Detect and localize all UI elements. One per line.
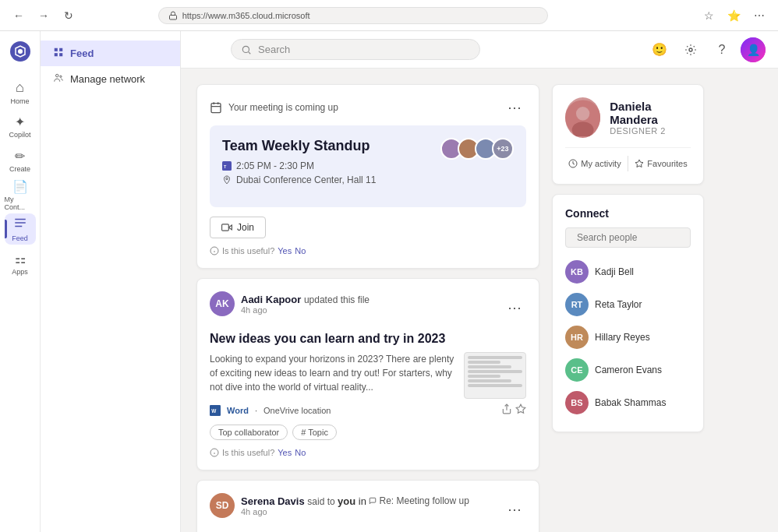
person-item-3[interactable]: CE Cameron Evans: [565, 354, 691, 386]
search-people-bar[interactable]: [565, 227, 691, 248]
meeting-title: Team Weekly Standup: [222, 138, 376, 154]
search-people-input[interactable]: [577, 232, 694, 243]
nav-item-feed[interactable]: Feed: [41, 41, 180, 66]
teams-icon: T: [222, 161, 232, 171]
thumb-line-2: [468, 361, 500, 364]
address-bar[interactable]: https://www.m365.cloud.microsoft: [158, 7, 548, 24]
svg-point-10: [689, 48, 692, 51]
thumb-line-3: [468, 365, 511, 368]
activity-icon: [568, 159, 578, 168]
tag-collaborator[interactable]: Top collaborator: [210, 425, 288, 440]
collections-button[interactable]: ⭐: [723, 5, 745, 26]
file-card-header: AK Aadi Kapoor updated this file 4h ago …: [210, 291, 526, 324]
share-icon: [501, 403, 512, 414]
feed-nav-icon: [53, 47, 64, 60]
file-feedback-no[interactable]: No: [295, 448, 306, 457]
sidebar-item-home[interactable]: ⌂ Home: [5, 76, 36, 107]
article-title: New ideas you can learn and try in 2023: [210, 332, 526, 346]
meeting-header-left: Your meeting is coming up: [210, 101, 338, 114]
feedback-yes-link[interactable]: Yes: [278, 246, 292, 255]
sidebar-item-create[interactable]: ✏ Create: [5, 145, 36, 176]
info-icon: [210, 246, 219, 255]
create-icon: ✏: [15, 149, 25, 164]
ms365-logo[interactable]: [6, 37, 34, 65]
sidebar-item-mycontent[interactable]: 📄 My Cont...: [5, 179, 36, 210]
help-button[interactable]: ?: [709, 37, 734, 62]
person-avatar-4: BS: [565, 391, 589, 414]
svg-rect-15: [222, 224, 229, 231]
article-text-preview: Looking to expand your horizons in 2023?…: [210, 352, 456, 403]
feed-icon: [13, 216, 27, 233]
forward-button[interactable]: →: [33, 5, 55, 26]
favorites-star-button[interactable]: ☆: [698, 5, 720, 26]
star-button[interactable]: [515, 403, 526, 417]
file-update-card: AK Aadi Kapoor updated this file 4h ago …: [196, 278, 539, 470]
refresh-button[interactable]: ↻: [58, 5, 80, 26]
copilot-icon: ✦: [15, 115, 25, 129]
connect-title: Connect: [565, 207, 691, 220]
person-item-1[interactable]: RT Reta Taylor: [565, 288, 691, 321]
file-separator: ·: [255, 406, 257, 415]
back-button[interactable]: ←: [8, 5, 30, 26]
sidebar-item-copilot[interactable]: ✦ Copilot: [5, 111, 36, 142]
profile-card: Daniela Mandera DESIGNER 2 My activity F…: [552, 84, 704, 185]
tag-topic[interactable]: # Topic: [292, 425, 337, 440]
file-location: OneVrive location: [263, 406, 331, 415]
sidebar-item-feed[interactable]: Feed: [5, 213, 36, 245]
meeting-time: T 2:05 PM - 2:30 PM: [222, 160, 376, 171]
svg-point-8: [60, 76, 62, 77]
user-avatar-header: 👤: [741, 37, 766, 62]
settings-dots-button[interactable]: ⋯: [748, 5, 770, 26]
person-name-1: Reta Taylor: [595, 299, 642, 310]
settings-gear-icon: [684, 44, 697, 56]
thumb-line-5: [468, 375, 500, 378]
person-item-4[interactable]: BS Babak Shammas: [565, 386, 691, 419]
apps-icon: ⚏: [15, 252, 26, 266]
my-activity-button[interactable]: My activity: [565, 156, 624, 171]
svg-rect-11: [211, 104, 221, 113]
thumb-line-1: [468, 356, 522, 359]
svg-point-14: [226, 178, 228, 180]
file-feedback: Is this useful? Yes No: [210, 448, 526, 457]
message-user-info: SD Serena Davis said to you in R: [210, 493, 469, 518]
nav-item-manage[interactable]: Manage network: [41, 66, 180, 92]
connect-card: Connect KB Kadji Bell RT Reta Taylor: [552, 194, 704, 432]
search-bar[interactable]: Search: [231, 39, 480, 60]
meeting-location: Dubai Conference Center, Hall 11: [222, 174, 376, 185]
active-indicator: [5, 220, 7, 238]
tags-container: Top collaborator # Topic: [210, 425, 526, 440]
location-icon: [222, 175, 232, 185]
svg-point-9: [242, 46, 249, 52]
article-body: Looking to expand your horizons in 2023?…: [210, 352, 456, 394]
file-more-button[interactable]: ⋯: [503, 298, 526, 318]
thumb-line-6: [468, 379, 511, 382]
svg-marker-26: [635, 160, 643, 167]
user-profile-button[interactable]: 👤: [741, 37, 766, 62]
meeting-more-button[interactable]: ⋯: [503, 97, 526, 118]
file-meta: W Word · OneVrive location: [210, 403, 526, 417]
manage-svg-icon: [53, 72, 64, 83]
svg-text:W: W: [211, 407, 217, 413]
mycontent-icon: 📄: [12, 179, 28, 194]
person-name-0: Kadji Bell: [595, 266, 634, 277]
profile-avatar-img: [565, 99, 600, 136]
settings-button[interactable]: [678, 37, 703, 62]
profile-actions-divider: [628, 156, 628, 171]
person-item-2[interactable]: HR Hillary Reyes: [565, 321, 691, 354]
star-outline-icon: [635, 159, 644, 168]
share-button[interactable]: [501, 403, 512, 417]
article-thumbnail: [464, 352, 526, 399]
sidebar-item-apps[interactable]: ⚏ Apps: [5, 248, 36, 279]
meeting-info: Team Weekly Standup T 2:05 PM - 2:30 PM …: [222, 138, 376, 195]
person-avatar-0: KB: [565, 260, 589, 284]
file-feedback-yes[interactable]: Yes: [278, 448, 292, 457]
feed-svg-icon: [13, 216, 27, 230]
feedback-no-link[interactable]: No: [295, 246, 306, 255]
profile-avatar: [565, 97, 600, 138]
message-more-button[interactable]: ⋯: [503, 499, 526, 520]
favourites-button[interactable]: Favourites: [631, 156, 691, 171]
meeting-card: Your meeting is coming up ⋯ Team Weekly …: [196, 84, 539, 269]
join-button[interactable]: Join: [210, 217, 266, 238]
emoji-button[interactable]: 🙂: [647, 37, 672, 62]
person-item-0[interactable]: KB Kadji Bell: [565, 255, 691, 288]
